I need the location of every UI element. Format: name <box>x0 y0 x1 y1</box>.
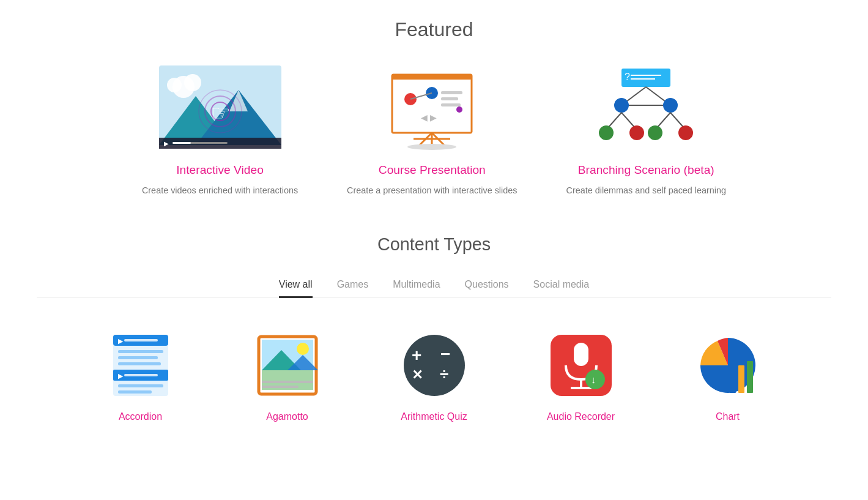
svg-point-37 <box>614 98 629 113</box>
svg-rect-57 <box>118 384 163 387</box>
svg-text:↓: ↓ <box>591 375 596 385</box>
audio-recorder-title: Audio Recorder <box>547 411 615 422</box>
branching-scenario-desc: Create dilemmas and self paced learning <box>566 184 726 198</box>
branching-scenario-image: ? <box>585 65 707 151</box>
tab-games[interactable]: Games <box>337 273 369 298</box>
chart-icon <box>691 329 765 402</box>
featured-item-interactive-video[interactable]: ☞ ▶ Interactive Video Create videos enri… <box>142 65 298 198</box>
svg-rect-56 <box>124 374 158 376</box>
svg-rect-79 <box>738 365 744 393</box>
tab-questions[interactable]: Questions <box>465 273 509 298</box>
svg-rect-73 <box>574 343 588 366</box>
svg-rect-66 <box>262 386 299 388</box>
svg-rect-52 <box>118 356 158 359</box>
svg-rect-27 <box>441 103 461 106</box>
svg-text:−: − <box>440 345 450 364</box>
tab-social-media[interactable]: Social media <box>533 273 590 298</box>
featured-item-branching-scenario[interactable]: ? <box>566 65 726 198</box>
svg-text:?: ? <box>625 72 630 82</box>
interactive-video-desc: Create videos enriched with interactions <box>142 184 298 198</box>
svg-point-63 <box>297 343 309 355</box>
agamotto-icon <box>251 329 324 402</box>
svg-rect-80 <box>747 361 753 393</box>
agamotto-title: Agamotto <box>266 411 308 422</box>
tab-multimedia[interactable]: Multimedia <box>393 273 440 298</box>
svg-rect-50 <box>124 339 158 341</box>
course-presentation-desc: Create a presentation with interactive s… <box>347 184 517 198</box>
svg-text:+: + <box>412 346 421 365</box>
content-item-chart[interactable]: Chart <box>673 329 783 422</box>
svg-point-67 <box>404 335 465 396</box>
svg-text:▶: ▶ <box>118 372 124 379</box>
svg-rect-25 <box>441 91 462 94</box>
course-presentation-image: ◀ ▶ <box>371 65 493 151</box>
svg-text:▶: ▶ <box>118 337 124 345</box>
interactive-video-image: ☞ ▶ <box>159 65 281 151</box>
content-types-title: Content Types <box>37 234 831 255</box>
svg-point-46 <box>678 125 693 140</box>
arithmetic-quiz-icon: + − ✕ ÷ <box>398 329 471 402</box>
arithmetic-quiz-title: Arithmetic Quiz <box>401 411 467 422</box>
svg-rect-26 <box>441 97 458 100</box>
tabs-container: View all Games Multimedia Questions Soci… <box>37 273 831 298</box>
branching-scenario-title: Branching Scenario (beta) <box>578 163 714 177</box>
featured-title: Featured <box>37 18 831 41</box>
svg-rect-65 <box>262 381 313 383</box>
featured-grid: ☞ ▶ Interactive Video Create videos enri… <box>37 65 831 198</box>
svg-point-45 <box>648 125 662 140</box>
svg-rect-20 <box>392 75 472 80</box>
content-item-arithmetic-quiz[interactable]: + − ✕ ÷ Arithmetic Quiz <box>379 329 489 422</box>
svg-text:◀ ▶: ◀ ▶ <box>421 113 437 122</box>
svg-text:÷: ÷ <box>440 365 448 383</box>
content-item-audio-recorder[interactable]: ↓ Audio Recorder <box>526 329 636 422</box>
audio-recorder-icon: ↓ <box>544 329 618 402</box>
accordion-icon: ▶ ▶ <box>104 329 177 402</box>
svg-point-6 <box>167 78 182 92</box>
svg-rect-58 <box>118 390 152 394</box>
svg-point-5 <box>184 74 201 91</box>
content-item-accordion[interactable]: ▶ ▶ Accordion <box>86 329 196 422</box>
content-types-section: Content Types View all Games Multimedia … <box>37 234 831 422</box>
course-presentation-title: Course Presentation <box>379 163 486 177</box>
svg-text:▶: ▶ <box>164 140 169 147</box>
tab-view-all[interactable]: View all <box>279 273 313 298</box>
chart-title: Chart <box>716 411 740 422</box>
svg-text:✕: ✕ <box>412 367 423 382</box>
svg-rect-78 <box>730 371 736 393</box>
svg-point-43 <box>599 125 614 140</box>
content-grid: ▶ ▶ Accordion <box>37 329 831 422</box>
svg-rect-51 <box>118 350 163 353</box>
svg-rect-14 <box>172 142 191 144</box>
svg-point-28 <box>456 106 462 113</box>
content-item-agamotto[interactable]: Agamotto <box>232 329 343 422</box>
accordion-title: Accordion <box>119 411 162 422</box>
interactive-video-title: Interactive Video <box>176 163 264 177</box>
featured-item-course-presentation[interactable]: ◀ ▶ Course Presentation Create a present… <box>347 65 517 198</box>
svg-rect-53 <box>118 362 161 365</box>
svg-point-44 <box>629 125 644 140</box>
svg-text:☞: ☞ <box>211 100 231 125</box>
svg-point-38 <box>663 98 678 113</box>
svg-point-21 <box>407 144 456 150</box>
